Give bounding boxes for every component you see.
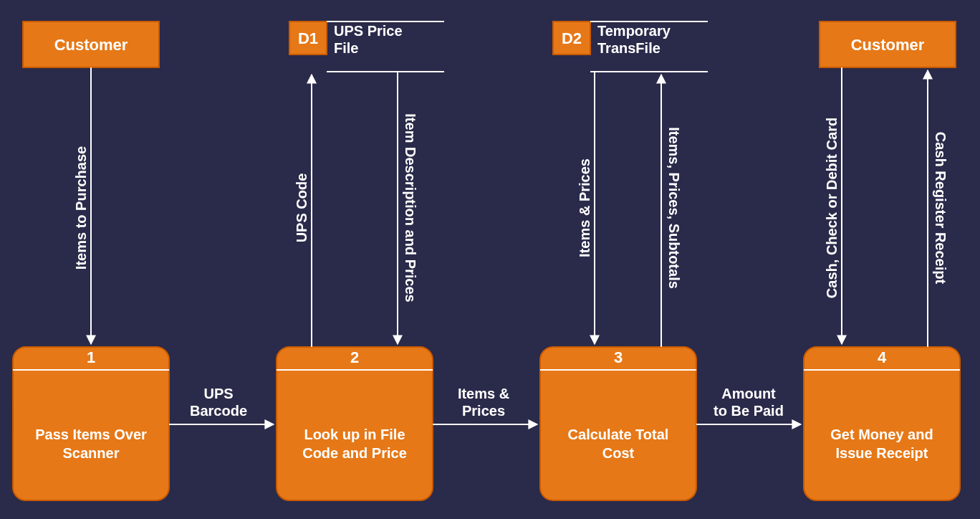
process-3-label2: Cost <box>602 445 635 461</box>
process-1-num: 1 <box>87 348 95 366</box>
flow-item-description: Item Description and Prices <box>398 72 418 344</box>
flow-items-prices-h: Items & Prices <box>433 386 537 424</box>
process-3-label1: Calculate Total <box>568 427 669 442</box>
process-1: 1 Pass Items Over Scanner <box>13 347 169 500</box>
datastore-d2-id: D2 <box>562 29 582 47</box>
process-3-num: 3 <box>614 348 623 366</box>
entity-customer-left: Customer <box>23 22 159 67</box>
flow-receipt-label: Cash Register Receipt <box>933 132 948 285</box>
datastore-d1-label1: UPS Price <box>334 23 403 39</box>
datastore-d1-id: D1 <box>298 29 318 47</box>
flow-receipt: Cash Register Receipt <box>928 70 948 347</box>
flow-cash-check-debit-label: Cash, Check or Debit Card <box>824 118 840 298</box>
process-1-label2: Scanner <box>63 445 120 461</box>
flow-p3-to-d2-label: Items, Prices, Subtotals <box>666 127 682 289</box>
flow-amount-paid-label2: to Be Paid <box>714 403 784 419</box>
datastore-d2-label2: TransFile <box>597 40 660 56</box>
flow-items-prices-h-label1: Items & <box>458 386 509 401</box>
process-4-label2: Issue Receipt <box>836 445 928 461</box>
process-2-label1: Look up in File <box>304 427 405 442</box>
flow-ups-barcode-label2: Barcode <box>190 403 247 419</box>
process-2-num: 2 <box>350 348 359 366</box>
flow-ups-code-label: UPS Code <box>294 173 309 243</box>
flow-items-prices-h-label2: Prices <box>462 403 505 419</box>
process-2-label2: Code and Price <box>302 445 407 461</box>
entity-customer-right: Customer <box>820 22 956 67</box>
datastore-d2-label1: Temporary <box>597 23 671 39</box>
flow-p3-to-d2: Items, Prices, Subtotals <box>661 75 682 347</box>
flow-ups-barcode-label1: UPS <box>203 386 233 401</box>
flow-items-to-purchase: Items to Purchase <box>73 67 91 344</box>
process-4-num: 4 <box>878 348 887 366</box>
datastore-d2: D2 Temporary TransFile <box>553 22 708 72</box>
flow-ups-barcode: UPS Barcode <box>169 386 274 424</box>
flow-item-description-label: Item Description and Prices <box>403 113 418 302</box>
flow-items-to-purchase-label: Items to Purchase <box>73 146 89 270</box>
dfd-diagram: Customer Customer D1 UPS Price File D2 T… <box>0 0 980 519</box>
datastore-d1-label2: File <box>334 40 358 56</box>
flow-amount-paid: Amount to Be Paid <box>696 386 801 424</box>
process-4: 4 Get Money and Issue Receipt <box>804 347 960 500</box>
flow-cash-check-debit: Cash, Check or Debit Card <box>824 67 842 344</box>
process-2: 2 Look up in File Code and Price <box>277 347 433 500</box>
flow-d2-to-p3: Items & Prices <box>577 72 595 344</box>
flow-ups-code: UPS Code <box>294 75 312 347</box>
process-3: 3 Calculate Total Cost <box>540 347 696 500</box>
entity-customer-right-label: Customer <box>851 36 925 54</box>
process-1-label1: Pass Items Over <box>35 427 147 442</box>
flow-amount-paid-label1: Amount <box>721 386 776 401</box>
entity-customer-left-label: Customer <box>54 36 128 54</box>
datastore-d1: D1 UPS Price File <box>289 22 444 72</box>
flow-d2-to-p3-label: Items & Prices <box>577 158 592 257</box>
process-4-label1: Get Money and <box>830 427 933 442</box>
